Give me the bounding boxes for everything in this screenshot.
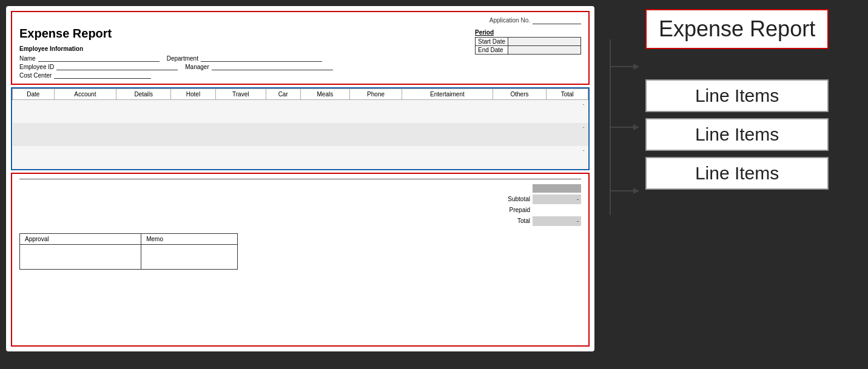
svg-marker-2 — [633, 64, 639, 70]
col-phone: Phone — [349, 89, 402, 100]
cost-center-row: Cost Center — [19, 71, 581, 79]
subtotal-row: Subtotal - — [494, 194, 581, 204]
cell — [349, 100, 402, 123]
expense-report-box-title: Expense Report — [659, 16, 815, 41]
col-others: Others — [493, 89, 547, 100]
line-items-table: Date Account Details Hotel Travel Car Me… — [12, 88, 588, 169]
memo-cell — [141, 244, 238, 269]
end-date-label: End Date — [475, 46, 508, 55]
approval-col-header: Approval — [20, 233, 141, 244]
manager-input[interactable] — [212, 63, 333, 70]
table-header-row: Date Account Details Hotel Travel Car Me… — [13, 89, 588, 100]
cell — [402, 146, 493, 169]
line-items-label-3: Line Items — [695, 163, 779, 184]
cell — [116, 146, 171, 169]
cell — [13, 100, 55, 123]
right-side: Expense Report Line Items Line Items Lin… — [604, 6, 829, 239]
period-title: Period — [475, 29, 581, 36]
employee-id-row: Employee ID Manager — [19, 63, 581, 70]
footer-section: Subtotal - Prepaid Total - — [11, 173, 590, 347]
memo-col-header: Memo — [141, 233, 238, 244]
col-car: Car — [266, 89, 300, 100]
department-label: Department — [167, 55, 198, 62]
totals-top-bar — [533, 184, 581, 193]
table-row: - — [13, 146, 588, 169]
cell — [493, 146, 547, 169]
total-row: Total - — [494, 216, 581, 226]
employee-fields: Name Department Employee ID Manager Cost… — [19, 55, 581, 79]
table-row: - — [13, 100, 588, 123]
start-date-value — [508, 38, 581, 46]
connector-svg — [604, 9, 641, 239]
name-row: Name Department — [19, 55, 581, 62]
manager-label: Manager — [185, 64, 209, 70]
subtotal-label: Subtotal — [494, 196, 530, 202]
header-section: Application No. Expense Report Employee … — [11, 11, 590, 85]
cell — [13, 123, 55, 146]
prepaid-value — [533, 205, 581, 215]
cell — [266, 146, 300, 169]
name-label: Name — [19, 55, 36, 62]
line-items-box-3: Line Items — [645, 157, 829, 190]
approval-table: Approval Memo — [19, 233, 238, 270]
cell — [54, 100, 116, 123]
cell — [171, 100, 216, 123]
line-items-label-2: Line Items — [695, 124, 779, 145]
svg-marker-6 — [633, 188, 639, 194]
prepaid-row: Prepaid — [494, 205, 581, 215]
name-input[interactable] — [38, 55, 160, 62]
col-travel: Travel — [215, 89, 266, 100]
line-items-box-2: Line Items — [645, 118, 829, 151]
cell — [300, 146, 349, 169]
cell — [215, 146, 266, 169]
totals-area: Subtotal - Prepaid Total - — [19, 184, 581, 226]
total-value: - — [533, 216, 581, 226]
expense-report-box: Expense Report — [645, 9, 829, 49]
cell — [171, 123, 216, 146]
cell — [402, 100, 493, 123]
cell — [493, 100, 547, 123]
col-details: Details — [116, 89, 171, 100]
start-date-label: Start Date — [475, 38, 508, 46]
right-titles-col: Expense Report Line Items Line Items Lin… — [645, 9, 829, 190]
cell — [215, 123, 266, 146]
footer-divider — [19, 179, 581, 179]
department-input[interactable] — [201, 55, 322, 62]
main-container: Application No. Expense Report Employee … — [6, 6, 862, 363]
cell-total: - — [547, 100, 588, 123]
subtotal-value: - — [533, 194, 581, 204]
connector-area — [604, 9, 641, 239]
col-meals: Meals — [300, 89, 349, 100]
line-items-label-1: Line Items — [695, 85, 779, 106]
cell — [266, 123, 300, 146]
col-total: Total — [547, 89, 588, 100]
cell — [215, 100, 266, 123]
cell — [54, 146, 116, 169]
approval-section: Approval Memo — [19, 233, 581, 270]
cell — [266, 100, 300, 123]
total-label: Total — [494, 218, 530, 224]
cell — [116, 123, 171, 146]
employee-id-label: Employee ID — [19, 64, 54, 70]
col-date: Date — [13, 89, 55, 100]
application-no-label: Application No. — [490, 17, 530, 24]
col-account: Account — [54, 89, 116, 100]
cell — [349, 123, 402, 146]
col-hotel: Hotel — [171, 89, 216, 100]
form-panel: Application No. Expense Report Employee … — [6, 6, 594, 351]
cell — [300, 123, 349, 146]
employee-id-input[interactable] — [56, 63, 178, 70]
cell — [171, 146, 216, 169]
application-no-input[interactable] — [533, 17, 581, 24]
line-items-section: Date Account Details Hotel Travel Car Me… — [11, 87, 590, 170]
cell — [54, 123, 116, 146]
approval-row — [20, 244, 238, 269]
period-section: Period Start Date End Date — [475, 29, 581, 55]
cell — [402, 123, 493, 146]
prepaid-label: Prepaid — [494, 207, 530, 213]
cost-center-input[interactable] — [54, 71, 151, 79]
col-entertainment: Entertaiment — [402, 89, 493, 100]
line-items-box-1: Line Items — [645, 79, 829, 112]
cell — [300, 100, 349, 123]
application-no-row: Application No. — [19, 17, 581, 24]
